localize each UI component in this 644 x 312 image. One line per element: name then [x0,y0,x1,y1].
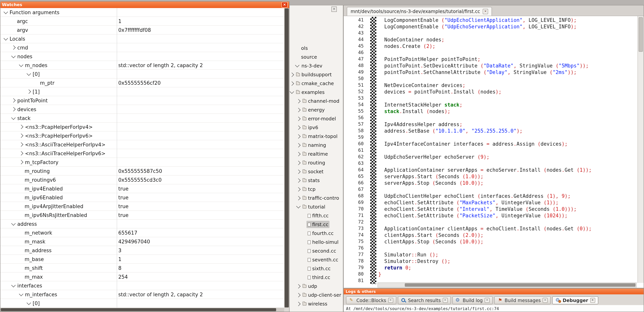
close-icon[interactable]: × [282,2,288,8]
gutter-cell[interactable] [366,56,376,62]
chevron-down-icon[interactable] [4,9,8,14]
code-line-45[interactable]: 45 nodes.Create (2); [344,43,644,49]
vertical-scrollbar-track[interactable] [284,8,289,308]
tree-item-buildsupport[interactable]: buildsupport [289,70,343,79]
scrollbar-thumb[interactable] [1,308,276,311]
tree-item-fifth-cc[interactable]: fifth.cc [289,211,343,220]
line-number[interactable]: 57 [344,121,366,128]
watch-row-m-ipv4enabled[interactable]: m_ipv4Enabledtrue [0,184,284,193]
gutter-cell[interactable] [366,49,376,56]
chevron-down-icon[interactable] [19,62,24,67]
watch-row-m-ipv4arpjitterenabled[interactable]: m_ipv4ArpJitterEnabledtrue [0,202,284,211]
watch-row-m-ipv6nsrsjitterenabled[interactable]: m_ipv6NsRsJitterEnabledtrue [0,211,284,220]
gutter-cell[interactable] [366,30,376,36]
watch-row-m-routingv6[interactable]: m_routingv60x5555555cd3c0 [0,175,284,184]
line-number[interactable]: 55 [344,108,366,115]
watch-row-m-interfaces[interactable]: m_interfacesstd::vector of length 2, cap… [0,290,284,299]
gutter-cell[interactable] [366,23,376,30]
code-line-49[interactable]: 49 pointToPoint.SetChannelAttribute ("De… [344,69,644,76]
editor-tab-first-cc[interactable]: mnt/dev/tools/source/ns-3-dev/examples/t… [347,7,492,16]
chevron-right-icon[interactable] [19,134,24,138]
chevron-down-icon[interactable] [27,71,31,76]
gutter-cell[interactable] [366,43,376,49]
watch-row-m-base[interactable]: m_base1 [0,255,284,264]
code-line-74[interactable]: 74 clientApps.Start (Seconds (2.0)); [344,232,644,238]
tree-item-first-cc[interactable]: first.cc [289,220,343,229]
watch-row-argc[interactable]: argc1 [0,17,284,26]
line-number[interactable]: 58 [344,128,366,134]
line-number[interactable]: 79 [344,265,366,271]
code-line-66[interactable]: 66 serverApps.Stop (Seconds (10.0)); [344,180,644,186]
code-line-67[interactable]: 67 [344,186,644,193]
tree-item-error-model[interactable]: error-model [289,114,343,123]
gutter-cell[interactable] [366,245,376,251]
chevron-down-icon[interactable] [27,301,31,305]
line-number[interactable]: 66 [344,180,366,186]
code-line-62[interactable]: 62 UdpEchoServerHelper echoServer (9); [344,154,644,160]
tree-item-realtime[interactable]: realtime [289,150,343,158]
gutter-cell[interactable] [366,147,376,154]
watch-row-ns3-asciitracehelperforipv6[interactable]: <ns3::AsciiTraceHelperForIpv6> [0,149,284,158]
close-icon[interactable]: × [483,9,488,14]
line-number[interactable]: 47 [344,56,366,62]
watch-row-m-ipv6enabled[interactable]: m_ipv6Enabledtrue [0,193,284,202]
code-area[interactable]: 41 LogComponentEnable ("UdpEchoClientApp… [344,16,644,288]
chevron-right-icon[interactable] [290,72,294,77]
tree-item-cmake-cache[interactable]: cmake_cache [289,79,343,88]
line-number[interactable]: 72 [344,219,366,225]
tree-item-fourth-cc[interactable]: fourth.cc [289,229,343,238]
line-number[interactable]: 43 [344,30,366,36]
gutter-cell[interactable] [366,167,376,173]
line-number[interactable]: 70 [344,206,366,212]
watch-row-1[interactable]: [1] [0,87,284,96]
code-line-55[interactable]: 55 stack.Install (nodes); [344,108,644,115]
gutter-cell[interactable] [366,232,376,238]
tab-code-blocks[interactable]: Code::Blocks× [346,296,396,304]
watch-row-m-network[interactable]: m_network655617 [0,228,284,237]
code-line-41[interactable]: 41 LogComponentEnable ("UdpEchoClientApp… [344,17,644,23]
tab-debugger[interactable]: Debugger× [552,296,598,304]
code-line-54[interactable]: 54 InternetStackHelper stack; [344,102,644,108]
watch-row-cmd[interactable]: cmd [0,43,284,52]
line-number[interactable]: 69 [344,199,366,206]
tree-item-wireless[interactable]: wireless [289,299,343,308]
code-line-48[interactable]: 48 pointToPoint.SetDeviceAttribute ("Dat… [344,62,644,69]
line-number[interactable]: 67 [344,186,366,193]
gutter-cell[interactable] [366,160,376,167]
gutter-cell[interactable] [366,69,376,76]
tree-item-examples[interactable]: examples [289,88,343,97]
line-number[interactable]: 42 [344,23,366,30]
tree-item-source[interactable]: source [289,52,343,61]
tab-build-messages[interactable]: Build messages× [494,296,551,304]
watch-row-ns3-pcaphelperforipv6[interactable]: <ns3::PcapHelperForIpv6> [0,132,284,140]
watch-row-m-tcpfactory[interactable]: m_tcpFactory [0,158,284,167]
chevron-down-icon[interactable] [290,90,294,94]
chevron-down-icon[interactable] [11,54,16,58]
tree-item-stats[interactable]: stats [289,176,343,185]
line-number[interactable]: 51 [344,82,366,89]
gutter-cell[interactable] [366,193,376,199]
code-line-76[interactable]: 76 [344,245,644,251]
code-line-64[interactable]: 64 ApplicationContainer serverApps = ech… [344,167,644,173]
watches-titlebar[interactable]: Watches × [0,1,289,8]
code-line-78[interactable]: 78 Simulator::Destroy (); [344,258,644,265]
line-number[interactable]: 56 [344,115,366,121]
code-line-47[interactable]: 47 PointToPointHelper pointToPoint; [344,56,644,62]
close-icon[interactable]: × [332,6,337,12]
chevron-right-icon[interactable] [296,134,301,139]
gutter-cell[interactable] [366,180,376,186]
watch-row-interfaces[interactable]: interfaces [0,281,284,290]
tree-item-ns-3-dev[interactable]: ns-3-dev [289,61,343,70]
line-number[interactable]: 68 [344,193,366,199]
line-number[interactable]: 45 [344,43,366,49]
watch-row-pointtopoint[interactable]: pointToPoint [0,96,284,105]
line-number[interactable]: 63 [344,160,366,167]
gutter-cell[interactable] [366,95,376,102]
line-number[interactable]: 44 [344,36,366,43]
chevron-right-icon[interactable] [11,98,16,103]
chevron-right-icon[interactable] [19,160,24,164]
tree-item-sixth-cc[interactable]: sixth.cc [289,264,343,273]
tab-build-log[interactable]: Build log× [452,296,493,304]
code-line-80[interactable]: 80} [344,271,644,278]
code-line-68[interactable]: 68 UdpEchoClientHelper echoClient (inter… [344,193,644,199]
